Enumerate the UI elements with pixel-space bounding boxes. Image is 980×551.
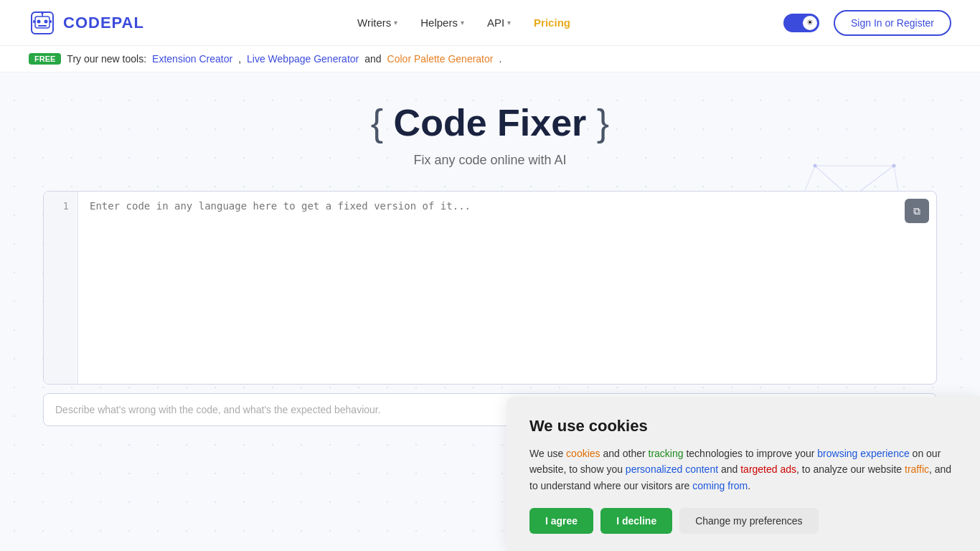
- svg-rect-8: [33, 20, 35, 23]
- header: CODEPAL Writers ▾ Helpers ▾ API ▾ Pricin…: [0, 0, 980, 46]
- cookie-buttons: I agree I decline Change my preferences: [529, 508, 957, 534]
- page-title: { Code Fixer }: [43, 101, 937, 144]
- live-webpage-link[interactable]: Live Webpage Generator: [247, 53, 359, 65]
- extension-creator-link[interactable]: Extension Creator: [152, 53, 232, 65]
- color-palette-link[interactable]: Color Palette Generator: [387, 53, 494, 65]
- agree-button[interactable]: I agree: [529, 508, 593, 534]
- nav-helpers[interactable]: Helpers ▾: [420, 17, 464, 29]
- chevron-down-icon: ▾: [507, 19, 511, 27]
- decline-button[interactable]: I decline: [600, 508, 672, 534]
- and-text: and: [364, 53, 381, 65]
- cookie-banner: We use cookies We use cookies and other …: [507, 397, 980, 551]
- cookie-title: We use cookies: [529, 417, 957, 435]
- bracket-close: }: [597, 102, 609, 143]
- main-nav: Writers ▾ Helpers ▾ API ▾ Pricing: [357, 17, 570, 29]
- banner-text: Try our new tools:: [67, 53, 146, 65]
- header-right: ☀ Sign In or Register: [783, 10, 951, 36]
- nav-writers[interactable]: Writers ▾: [357, 17, 397, 29]
- copy-icon: ⧉: [913, 205, 920, 217]
- hero-subtitle: Fix any code online with AI: [43, 153, 937, 168]
- sun-icon: ☀: [803, 16, 817, 30]
- svg-rect-5: [38, 25, 47, 27]
- logo-text: CODEPAL: [63, 14, 144, 32]
- main-content: { Code Fixer } Fix any code online with …: [0, 72, 980, 451]
- nav-pricing[interactable]: Pricing: [534, 17, 570, 29]
- theme-toggle[interactable]: ☀: [783, 14, 819, 32]
- svg-point-3: [37, 19, 41, 23]
- nav-api[interactable]: API ▾: [487, 17, 511, 29]
- promo-banner: FREE Try our new tools: Extension Creato…: [0, 46, 980, 72]
- bracket-open: {: [371, 102, 383, 143]
- svg-point-7: [42, 12, 44, 14]
- code-input[interactable]: [78, 192, 936, 384]
- sign-in-button[interactable]: Sign In or Register: [834, 10, 951, 36]
- chevron-down-icon: ▾: [394, 19, 397, 27]
- svg-rect-9: [50, 20, 52, 23]
- line-numbers: 1: [44, 192, 78, 384]
- svg-point-4: [44, 19, 48, 23]
- copy-button[interactable]: ⧉: [905, 199, 929, 223]
- logo[interactable]: CODEPAL: [29, 9, 144, 37]
- cookie-text: We use cookies and other tracking techno…: [529, 446, 957, 494]
- logo-icon: [29, 9, 56, 37]
- free-badge: FREE: [29, 53, 61, 65]
- chevron-down-icon: ▾: [461, 19, 464, 27]
- code-editor: 1 ⧉: [43, 191, 937, 385]
- preferences-button[interactable]: Change my preferences: [679, 508, 818, 534]
